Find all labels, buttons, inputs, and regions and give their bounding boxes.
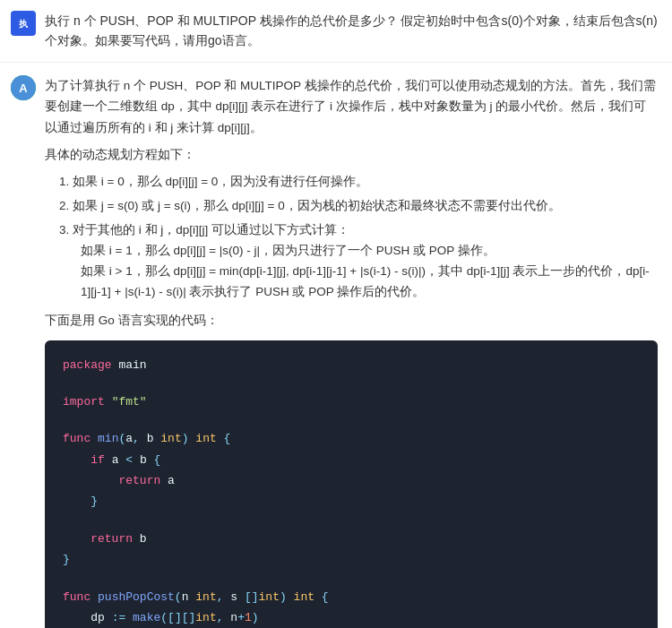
code-line-1: package main [63, 355, 640, 375]
code-empty-4 [63, 571, 640, 587]
svg-text:执: 执 [18, 19, 28, 29]
list-item-3-sub-1: 如果 i = 1，那么 dp[i][j] = |s(0) - j|，因为只进行了… [81, 241, 658, 262]
list-item-3-sub-2: 如果 i > 1，那么 dp[i][j] = min(dp[i-1][j], d… [81, 262, 658, 303]
list-item-1-main: 1. 如果 i = 0，那么 dp[i][j] = 0，因为没有进行任何操作。 [59, 175, 368, 188]
code-line-10: dp := make([][]int, n+1) [63, 607, 640, 628]
answer-footer: 下面是用 Go 语言实现的代码： [45, 310, 658, 331]
answer-intro: 为了计算执行 n 个 PUSH、POP 和 MULTIPOP 栈操作的总代价，我… [45, 75, 658, 139]
svg-text:A: A [19, 82, 28, 95]
answer-text: 为了计算执行 n 个 PUSH、POP 和 MULTIPOP 栈操作的总代价，我… [45, 75, 658, 628]
question-section: 执 执行 n 个 PUSH、POP 和 MULTIPOP 栈操作的总代价是多少？… [0, 0, 672, 63]
answer-section: A 为了计算执行 n 个 PUSH、POP 和 MULTIPOP 栈操作的总代价… [0, 63, 672, 628]
code-empty-3 [63, 512, 640, 529]
code-line-7: return b [63, 529, 640, 549]
page-container: 执 执行 n 个 PUSH、POP 和 MULTIPOP 栈操作的总代价是多少？… [0, 0, 672, 628]
code-line-2: import "fmt" [63, 391, 640, 412]
list-item-2: 2. 如果 j = s(0) 或 j = s(i)，那么 dp[i][j] = … [59, 196, 658, 217]
list-item-3-main: 3. 对于其他的 i 和 j，dp[i][j] 可以通过以下方式计算： [59, 223, 349, 237]
code-empty-2 [63, 412, 640, 428]
code-line-9: func pushPopCost(n int, s []int) int { [63, 587, 640, 607]
question-text: 执行 n 个 PUSH、POP 和 MULTIPOP 栈操作的总代价是多少？ 假… [45, 11, 658, 51]
list-item-2-main: 2. 如果 j = s(0) 或 j = s(i)，那么 dp[i][j] = … [59, 199, 561, 212]
code-line-6: } [63, 491, 640, 512]
list-item-1: 1. 如果 i = 0，那么 dp[i][j] = 0，因为没有进行任何操作。 [59, 172, 658, 193]
code-line-3: func min(a, b int) int { [63, 428, 640, 449]
list-item-3: 3. 对于其他的 i 和 j，dp[i][j] 可以通过以下方式计算： 如果 i… [59, 220, 658, 303]
code-line-4: if a < b { [63, 450, 640, 470]
question-icon: 执 [11, 11, 36, 36]
code-line-8: } [63, 549, 640, 570]
list-title: 具体的动态规划方程如下： [45, 144, 658, 166]
code-empty-1 [63, 375, 640, 391]
code-block: package main import "fmt" func min(a, b … [45, 340, 658, 628]
answer-icon: A [11, 75, 36, 100]
dynamic-list: 1. 如果 i = 0，那么 dp[i][j] = 0，因为没有进行任何操作。 … [59, 172, 658, 303]
code-line-5: return a [63, 470, 640, 491]
